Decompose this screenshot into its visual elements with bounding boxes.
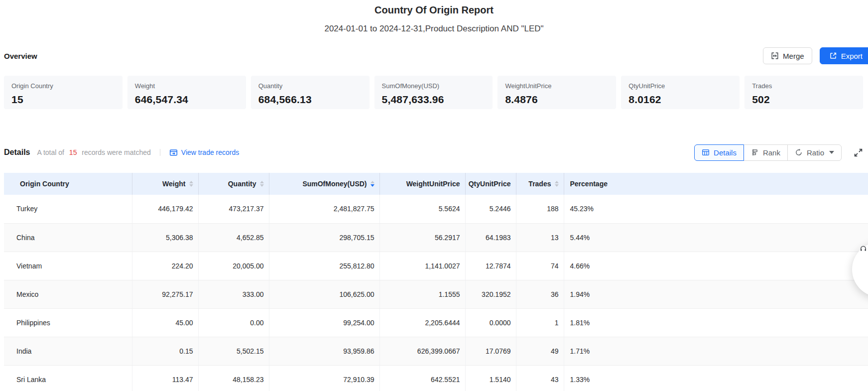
table-header-row: Origin CountryWeightQuantitySumOfMoney(U…	[4, 173, 868, 195]
cell-qty_unit_price: 17.0769	[465, 337, 516, 365]
cell-quantity: 473,217.37	[198, 195, 269, 223]
tab-ratio[interactable]: Ratio	[787, 144, 842, 161]
cell-trades: 1	[516, 308, 564, 337]
vertical-divider	[160, 149, 160, 156]
cell-percentage: 1.94%	[564, 280, 868, 308]
sort-caret-icon[interactable]	[555, 181, 559, 187]
tab-details-label: Details	[714, 148, 737, 157]
cell-percentage: 5.44%	[564, 223, 868, 252]
view-mode-switch: Details Rank	[694, 144, 842, 161]
stat-card-value: 15	[11, 94, 123, 106]
match-count: 15	[69, 148, 77, 156]
stat-card-weight_unit_price: WeightUnitPrice8.4876	[497, 76, 616, 109]
export-button[interactable]: Export	[820, 47, 868, 64]
tab-rank-label: Rank	[763, 148, 780, 157]
cell-weight: 224.20	[132, 252, 198, 280]
column-header-sum_of_money_usd[interactable]: SumOfMoney(USD)	[269, 173, 379, 195]
cell-trades: 49	[516, 337, 564, 365]
stat-card-value: 646,547.34	[135, 94, 246, 106]
stat-card-label: Weight	[135, 82, 246, 90]
table-row: Vietnam224.2020,005.00255,812.801,141.00…	[4, 252, 868, 280]
stat-card-sum_of_money_usd: SumOfMoney(USD)5,487,633.96	[374, 76, 493, 109]
cell-weight_unit_price: 642.5521	[379, 365, 465, 391]
column-label: Origin Country	[20, 180, 69, 188]
stat-card-quantity: Quantity684,566.13	[251, 76, 370, 109]
cell-quantity: 333.00	[198, 280, 269, 308]
column-label: Quantity	[228, 180, 256, 188]
cell-weight_unit_price: 5.5624	[379, 195, 465, 223]
cell-weight: 92,275.17	[132, 280, 198, 308]
overview-heading: Overview	[4, 52, 37, 60]
view-trade-records-link[interactable]: View trade records	[169, 148, 239, 157]
cell-percentage: 45.23%	[564, 195, 868, 223]
cell-weight_unit_price: 1.1555	[379, 280, 465, 308]
cell-weight: 5,306.38	[132, 223, 198, 252]
cell-sum_of_money_usd: 106,625.00	[269, 280, 379, 308]
column-label: Trades	[528, 180, 551, 188]
table-grid-icon	[702, 148, 710, 156]
stat-card-origin_country: Origin Country15	[4, 76, 123, 109]
column-header-weight_unit_price: WeightUnitPrice	[379, 173, 465, 195]
sort-caret-icon[interactable]	[371, 181, 374, 187]
column-header-trades[interactable]: Trades	[516, 173, 564, 195]
column-label: QtyUnitPrice	[469, 180, 511, 188]
column-header-percentage: Percentage	[564, 173, 868, 195]
cell-weight: 45.00	[132, 308, 198, 337]
column-label: Weight	[162, 180, 185, 188]
column-header-weight[interactable]: Weight	[132, 173, 198, 195]
table-row: Sri Lanka113.4748,158.2372,910.39642.552…	[4, 365, 868, 391]
details-heading: Details	[4, 148, 30, 157]
cell-weight_unit_price: 1,141.0027	[379, 252, 465, 280]
cell-quantity: 48,158.23	[198, 365, 269, 391]
cell-weight_unit_price: 56.2917	[379, 223, 465, 252]
table-row: India0.155,502.1593,959.86626,399.066717…	[4, 337, 868, 365]
stat-card-weight: Weight646,547.34	[127, 76, 246, 109]
details-header-row: Details A total of 15 records were match…	[0, 144, 868, 161]
merge-button[interactable]: Merge	[763, 47, 812, 64]
tab-details[interactable]: Details	[694, 144, 744, 161]
export-button-label: Export	[841, 52, 863, 60]
stat-card-label: QtyUnitPrice	[628, 82, 740, 90]
cell-weight_unit_price: 2,205.6444	[379, 308, 465, 337]
caret-down-icon	[829, 151, 834, 154]
tab-rank[interactable]: Rank	[744, 144, 788, 161]
rank-bars-icon	[751, 148, 759, 156]
cell-sum_of_money_usd: 93,959.86	[269, 337, 379, 365]
overview-cards: Origin Country15Weight646,547.34Quantity…	[4, 76, 863, 109]
sort-caret-icon[interactable]	[260, 181, 264, 187]
stat-card-trades: Trades502	[744, 76, 863, 109]
cell-trades: 188	[516, 195, 564, 223]
cell-origin_country: China	[4, 223, 132, 252]
cell-origin_country: Turkey	[4, 195, 132, 223]
sort-caret-icon[interactable]	[189, 181, 193, 187]
stat-card-value: 5,487,633.96	[382, 94, 493, 106]
cell-qty_unit_price: 1.5140	[465, 365, 516, 391]
cell-quantity: 0.00	[198, 308, 269, 337]
cell-sum_of_money_usd: 255,812.80	[269, 252, 379, 280]
cell-qty_unit_price: 5.2446	[465, 195, 516, 223]
cell-trades: 74	[516, 252, 564, 280]
cell-origin_country: Sri Lanka	[4, 365, 132, 391]
match-prefix: A total of	[37, 148, 64, 156]
details-right-group: Details Rank	[694, 144, 863, 161]
cell-weight: 0.15	[132, 337, 198, 365]
cell-origin_country: Mexico	[4, 280, 132, 308]
stat-card-label: SumOfMoney(USD)	[382, 82, 493, 90]
page-subtitle: 2024-01-01 to 2024-12-31,Product Descrip…	[0, 23, 868, 34]
details-left-group: Details A total of 15 records were match…	[4, 148, 239, 157]
column-header-qty_unit_price: QtyUnitPrice	[465, 173, 516, 195]
overview-header-row: Overview Merge	[0, 47, 868, 65]
view-trade-records-icon	[169, 148, 178, 157]
stat-card-label: WeightUnitPrice	[505, 82, 616, 90]
merge-button-label: Merge	[783, 52, 804, 60]
export-icon	[829, 52, 837, 60]
headset-icon	[860, 245, 867, 253]
column-header-quantity[interactable]: Quantity	[198, 173, 269, 195]
stat-card-value: 8.0162	[628, 94, 740, 106]
cell-quantity: 20,005.00	[198, 252, 269, 280]
merge-icon	[771, 52, 779, 60]
overview-toolbar: Merge Export	[763, 47, 868, 64]
fullscreen-icon[interactable]	[854, 148, 863, 157]
cell-origin_country: India	[4, 337, 132, 365]
cell-origin_country: Vietnam	[4, 252, 132, 280]
